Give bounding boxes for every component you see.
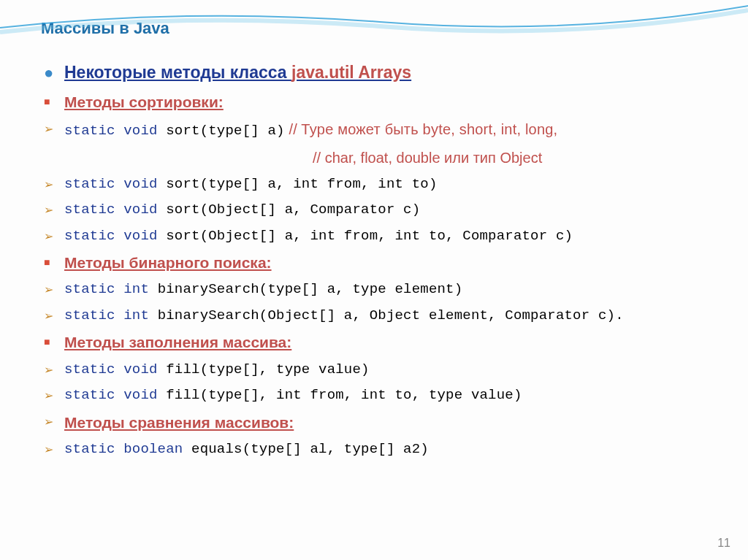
code-sort-1: static void sort(type[] a) // Type может… — [64, 118, 719, 142]
code-fill-1: static void fill(type[], type value) — [64, 359, 719, 380]
code-sort-3: static void sort(Object[] a, Comparator … — [64, 199, 719, 220]
code-fill-2: static void fill(type[], int from, int t… — [64, 385, 719, 406]
bullet-arrow-icon: ➢ — [44, 359, 64, 380]
code-sort-1-comment2: // char, float, double или тип Object — [313, 147, 719, 169]
code-sort-4: static void sort(Object[] a, int from, i… — [64, 226, 719, 247]
bullet-arrow-icon: ➢ — [44, 305, 64, 326]
bullet-arrow-icon: ➢ — [44, 411, 64, 431]
slide-body: ● Некоторые методы класса java.util Arra… — [44, 60, 719, 461]
bullet-arrow-icon: ➢ — [44, 279, 64, 299]
slide-title: Массивы в Java — [41, 19, 719, 38]
bullet-square-icon: ■ — [44, 251, 64, 270]
bullet-square-icon: ■ — [44, 91, 64, 110]
bullet-disc-icon: ● — [44, 60, 64, 85]
bullet-arrow-icon: ➢ — [44, 439, 64, 459]
heading-equals: Методы сравнения массивов: — [64, 411, 719, 435]
code-eq-1: static boolean equals(type[] al, type[] … — [64, 439, 719, 460]
heading-sort: Методы сортировки: — [64, 91, 719, 115]
page-number: 11 — [717, 537, 730, 550]
bullet-arrow-icon: ➢ — [44, 199, 64, 220]
bullet-square-icon: ■ — [44, 331, 64, 350]
bullet-arrow-icon: ➢ — [44, 118, 64, 139]
code-bin-2: static int binarySearch(Object[] a, Obje… — [64, 305, 719, 326]
bullet-arrow-icon: ➢ — [44, 174, 64, 194]
code-sort-2: static void sort(type[] a, int from, int… — [64, 174, 719, 195]
bullet-arrow-icon: ➢ — [44, 385, 64, 405]
code-bin-1: static int binarySearch(type[] a, type e… — [64, 279, 719, 300]
bullet-arrow-icon: ➢ — [44, 226, 64, 246]
heading-main: Некоторые методы класса java.util Arrays — [64, 60, 719, 86]
heading-binary: Методы бинарного поиска: — [64, 251, 719, 275]
heading-fill: Методы заполнения массива: — [64, 331, 719, 355]
